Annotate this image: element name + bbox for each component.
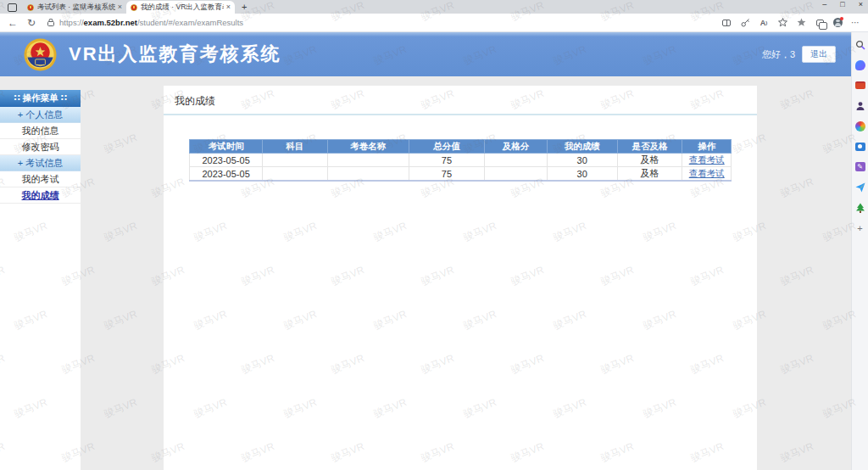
minimize-button[interactable]: – [822, 1, 826, 8]
user-greeting: 您好，3 [762, 48, 795, 61]
cell-pass-status: 及格 [617, 167, 682, 182]
refresh-icon[interactable]: ↻ [27, 18, 36, 28]
police-emblem-logo [24, 38, 57, 71]
search-icon[interactable] [854, 39, 865, 50]
toolbox-icon[interactable] [854, 80, 865, 91]
cell-my-score: 30 [547, 154, 617, 167]
content-card: 我的成绩 考试时间 科目 考卷名称 总分值 及格分 我的成绩 [164, 86, 757, 470]
sidebar-item-my-grades[interactable]: 我的成绩 [0, 187, 81, 204]
cell-total-score: 75 [409, 167, 484, 182]
grades-table: 考试时间 科目 考卷名称 总分值 及格分 我的成绩 是否及格 操作 2023-0… [189, 139, 732, 182]
drawing-icon[interactable]: ✎ [854, 161, 865, 172]
tab-exam-list[interactable]: 考试列表 · 监狱考核系统 × [23, 1, 126, 14]
cell-my-score: 30 [547, 167, 617, 182]
app-header: VR出入监教育考核系统 您好，3 退出 [0, 32, 851, 76]
toolbar-actions: A) ⋯ [721, 18, 860, 28]
read-aloud-icon[interactable]: A) [759, 18, 769, 28]
browser-window: 考试列表 · 监狱考核系统 × 我的成绩 · VR出入监教育考核系... × +… [0, 0, 868, 470]
sidebar-item-my-info[interactable]: 我的信息 [0, 123, 81, 139]
tab-title: 我的成绩 · VR出入监教育考核系... [141, 3, 224, 13]
tab-close-icon[interactable]: × [118, 3, 122, 11]
page-title: 我的成绩 [164, 86, 757, 115]
cell-action: 查看考试 [682, 154, 732, 167]
cell-paper-name [327, 154, 409, 167]
add-icon[interactable]: + [854, 222, 865, 233]
browser-content: VR出入监教育考核系统 您好，3 退出 ∷ 操作菜单 ∷ + 个人信息 我的信息… [0, 32, 868, 470]
cell-pass-status: 及格 [617, 154, 682, 167]
browser-toolbar: ← ↻ https://exam.52br.net/student/#/exam… [0, 14, 868, 32]
profile-avatar[interactable] [833, 18, 843, 27]
table-header-row: 考试时间 科目 考卷名称 总分值 及格分 我的成绩 是否及格 操作 [190, 140, 732, 154]
collections-star-icon[interactable] [796, 18, 806, 28]
col-subject: 科目 [263, 140, 328, 154]
split-screen-icon[interactable] [721, 18, 732, 28]
more-menu-icon[interactable]: ⋯ [851, 18, 860, 27]
password-key-icon[interactable] [740, 18, 750, 28]
back-icon[interactable]: ← [8, 18, 18, 28]
table-row: 2023-05-05 75 30 及格 查看考试 [190, 154, 732, 167]
favorites-star-icon[interactable] [777, 18, 787, 28]
sidebar-group-personal-info[interactable]: + 个人信息 [0, 107, 81, 123]
tab-close-icon[interactable]: × [226, 3, 231, 11]
sidebar-group-exam-info[interactable]: + 考试信息 [0, 155, 81, 171]
col-pass-status: 是否及格 [617, 140, 682, 154]
sidebar-item-change-password[interactable]: 修改密码 [0, 139, 81, 155]
site-favicon [27, 4, 34, 11]
app-title: VR出入监教育考核系统 [69, 42, 281, 67]
site-info-lock-icon[interactable] [47, 19, 54, 26]
logout-button[interactable]: 退出 [802, 46, 836, 63]
header-user-area: 您好，3 退出 [762, 46, 836, 63]
tab-my-grades[interactable]: 我的成绩 · VR出入监教育考核系... × [126, 1, 235, 14]
cell-total-score: 75 [409, 154, 484, 167]
col-action: 操作 [682, 140, 732, 154]
col-my-score: 我的成绩 [547, 140, 617, 154]
cell-exam-time: 2023-05-05 [190, 167, 263, 182]
restore-button[interactable]: □ [840, 1, 844, 8]
window-controls: – □ × [822, 1, 863, 8]
col-total-score: 总分值 [409, 140, 484, 154]
tab-bar: 考试列表 · 监狱考核系统 × 我的成绩 · VR出入监教育考核系... × +… [0, 0, 868, 14]
sidebar-menu: ∷ 操作菜单 ∷ + 个人信息 我的信息 修改密码 + 考试信息 我的考试 我的… [0, 90, 81, 470]
tab-title: 考试列表 · 监狱考核系统 [37, 3, 115, 13]
cell-pass-score [485, 154, 547, 167]
tree-icon[interactable] [854, 202, 865, 213]
close-button[interactable]: × [859, 1, 863, 8]
discover-icon[interactable] [854, 59, 865, 70]
notification-dot-icon [840, 17, 843, 20]
col-pass-score: 及格分 [485, 140, 547, 154]
cell-pass-score [485, 167, 547, 182]
edge-sidebar: ✎ + [851, 32, 868, 470]
cell-action: 查看考试 [682, 167, 732, 182]
cell-paper-name [327, 167, 409, 182]
color-wheel-icon[interactable] [854, 120, 865, 131]
view-exam-link[interactable]: 查看考试 [689, 168, 725, 178]
tab-actions-icon[interactable] [8, 3, 17, 12]
col-exam-time: 考试时间 [190, 140, 263, 154]
new-tab-button[interactable]: + [242, 3, 247, 12]
web-page: VR出入监教育考核系统 您好，3 退出 ∷ 操作菜单 ∷ + 个人信息 我的信息… [0, 32, 851, 470]
cell-exam-time: 2023-05-05 [190, 154, 263, 167]
paper-plane-icon[interactable] [854, 182, 865, 193]
cell-subject [263, 154, 328, 167]
cell-subject [263, 167, 328, 182]
camera-icon[interactable] [854, 141, 865, 152]
page-body: ∷ 操作菜单 ∷ + 个人信息 我的信息 修改密码 + 考试信息 我的考试 我的… [0, 76, 851, 470]
address-bar[interactable]: https://exam.52br.net/student/#/exam/exa… [59, 18, 243, 27]
sidebar-menu-title: ∷ 操作菜单 ∷ [0, 90, 81, 107]
col-paper-name: 考卷名称 [327, 140, 409, 154]
table-row: 2023-05-05 75 30 及格 查看考试 [190, 167, 732, 182]
browser-essentials-icon[interactable] [815, 18, 825, 28]
sidebar-item-my-exams[interactable]: 我的考试 [0, 171, 81, 187]
view-exam-link[interactable]: 查看考试 [689, 154, 725, 165]
contact-icon[interactable] [854, 100, 865, 111]
site-favicon [131, 4, 137, 11]
